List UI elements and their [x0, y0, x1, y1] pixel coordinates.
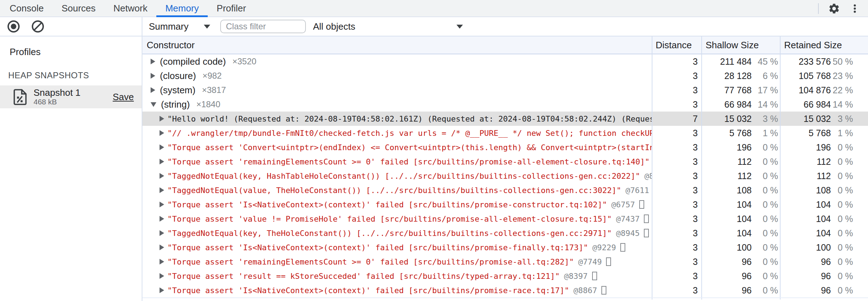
expander-closed-icon[interactable] [160, 202, 164, 207]
instance-count: ×1840 [196, 99, 220, 109]
expander-closed-icon[interactable] [160, 116, 164, 122]
heap-row[interactable]: "Torque assert 'value != PromiseHole' fa… [142, 212, 868, 226]
tab-profiler[interactable]: Profiler [208, 0, 255, 16]
expander-closed-icon[interactable] [160, 187, 164, 193]
cell-shallow-size: 77 76817 % [701, 83, 780, 97]
heap-row[interactable]: (closure)×982328 1286 %105 76823 % [142, 69, 868, 83]
constructor-name: (compiled code) [160, 56, 226, 67]
settings-gear-icon[interactable] [828, 3, 840, 15]
shallow-size-value: 5 768 [701, 128, 752, 138]
heap-row[interactable]: "Torque assert 'Is<NativeContext>(contex… [142, 240, 868, 255]
cell-constructor: (system)×3817 [142, 83, 652, 97]
retained-size-value: 108 [780, 185, 831, 196]
cell-shallow-size: 1120 % [701, 154, 780, 169]
sidebar-item-snapshot-1[interactable]: Snapshot 1 468 kB Save [0, 85, 142, 108]
tab-sources[interactable]: Sources [52, 0, 104, 16]
clear-profiles-icon[interactable] [31, 19, 45, 34]
expander-closed-icon[interactable] [151, 87, 155, 93]
retained-size-percent: 1 % [831, 128, 853, 138]
string-preview: "TaggedNotEqual(value, TheHoleConstant()… [167, 186, 621, 195]
cell-distance: 3 [652, 212, 701, 226]
shallow-size-percent: 14 % [752, 99, 778, 110]
expander-closed-icon[interactable] [160, 245, 164, 250]
shallow-size-value: 211 484 [701, 56, 752, 67]
cell-retained-size: 233 57650 % [780, 54, 868, 69]
save-snapshot-link[interactable]: Save [113, 92, 134, 103]
expander-closed-icon[interactable] [160, 273, 164, 279]
cell-distance: 3 [652, 269, 701, 283]
cell-constructor: "Torque assert 'Is<NativeContext>(contex… [142, 197, 652, 212]
heap-row[interactable]: (string)×1840366 98414 %66 98414 % [142, 97, 868, 112]
expander-closed-icon[interactable] [160, 173, 164, 179]
heap-snapshot-document-icon [13, 88, 27, 105]
cell-shallow-size: 66 98414 % [701, 97, 780, 112]
shallow-size-value: 96 [701, 285, 752, 296]
retained-size-value: 105 768 [780, 71, 831, 81]
perspective-select[interactable]: Summary [149, 21, 210, 32]
shallow-size-value: 77 768 [701, 85, 752, 95]
string-preview: "Torque assert 'remainingElementsCount >… [167, 157, 650, 166]
expander-closed-icon[interactable] [160, 259, 164, 265]
heap-row[interactable]: "Torque assert 'Convert<uintptr>(endInde… [142, 140, 868, 154]
record-heap-snapshot-icon[interactable] [6, 19, 21, 34]
constructor-name: (closure) [160, 70, 196, 82]
heap-row[interactable]: "// .wrangler/tmp/bundle-FmNIt0/checked-… [142, 126, 868, 140]
cell-shallow-size: 960 % [701, 283, 780, 297]
class-filter-input[interactable] [220, 20, 306, 33]
column-divider [780, 36, 781, 300]
retained-size-percent: 3 % [831, 114, 853, 124]
cell-shallow-size: 28 1286 % [701, 69, 780, 83]
heap-row[interactable]: "Torque assert 'Is<NativeContext>(contex… [142, 283, 868, 297]
shallow-size-value: 104 [701, 228, 752, 238]
expander-closed-icon[interactable] [160, 144, 164, 150]
expander-closed-icon[interactable] [160, 130, 164, 136]
missing-glyph-box-icon [620, 243, 625, 252]
heap-row[interactable]: "TaggedNotEqual(value, TheHoleConstant()… [142, 183, 868, 197]
cell-distance: 3 [652, 169, 701, 183]
object-id: @7611 [626, 186, 649, 195]
expander-closed-icon[interactable] [160, 216, 164, 222]
string-preview: "Torque assert 'Convert<uintptr>(endInde… [167, 143, 652, 152]
objects-filter-select[interactable]: All objects [313, 21, 463, 32]
cell-retained-size: 66 98414 % [780, 97, 868, 112]
expander-open-icon[interactable] [151, 102, 156, 107]
cell-distance: 3 [652, 240, 701, 255]
expander-closed-icon[interactable] [151, 73, 155, 79]
tab-memory[interactable]: Memory [156, 0, 208, 16]
cell-constructor: "Torque assert 'remainingElementsCount >… [142, 154, 652, 169]
expander-closed-icon[interactable] [160, 287, 164, 293]
tab-network[interactable]: Network [105, 0, 156, 16]
object-id: @8945 [616, 229, 640, 238]
retained-size-value: 104 [780, 228, 831, 238]
heap-row[interactable]: "Torque assert 'Is<NativeContext>(contex… [142, 197, 868, 212]
heap-row[interactable]: "Torque assert 'remainingElementsCount >… [142, 255, 868, 269]
heap-row[interactable]: "TaggedNotEqual(key, HashTableHoleConsta… [142, 169, 868, 183]
column-header-retained-size[interactable]: Retained Size [784, 36, 842, 54]
string-preview: "TaggedNotEqual(key, TheHoleConstant()) … [167, 229, 612, 238]
heap-row[interactable]: "TaggedNotEqual(key, TheHoleConstant()) … [142, 226, 868, 240]
column-header-constructor[interactable]: Constructor [147, 36, 195, 54]
expander-closed-icon[interactable] [160, 230, 164, 236]
cell-shallow-size: 1040 % [701, 197, 780, 212]
cell-distance: 3 [652, 226, 701, 240]
heap-row[interactable]: "Torque assert 'remainingElementsCount >… [142, 154, 868, 169]
tab-console[interactable]: Console [1, 0, 52, 16]
column-header-distance[interactable]: Distance [656, 36, 692, 54]
object-id: @8397 [564, 272, 587, 281]
cell-shallow-size: 960 % [701, 269, 780, 283]
retained-size-value: 100 [780, 242, 831, 253]
more-options-kebab-icon[interactable] [849, 3, 860, 14]
shallow-size-value: 96 [701, 257, 752, 267]
column-header-shallow-size[interactable]: Shallow Size [706, 36, 759, 54]
expander-closed-icon[interactable] [160, 159, 164, 164]
heap-row[interactable]: "Hello world! (Requested at: 2024-08-19T… [142, 112, 868, 126]
instance-count: ×3817 [202, 85, 226, 95]
heap-row[interactable]: (system)×3817377 76817 %104 87622 % [142, 83, 868, 97]
missing-glyph-box-icon [644, 214, 649, 223]
heap-row[interactable]: "Torque assert 'result == kStoreSucceded… [142, 269, 868, 283]
cell-retained-size: 15 0323 % [780, 112, 868, 126]
chevron-down-icon [204, 25, 210, 29]
expander-closed-icon[interactable] [151, 59, 155, 64]
heap-row[interactable]: (compiled code)×35203211 48445 %233 5765… [142, 54, 868, 69]
string-preview: "Torque assert 'remainingElementsCount >… [167, 257, 574, 266]
